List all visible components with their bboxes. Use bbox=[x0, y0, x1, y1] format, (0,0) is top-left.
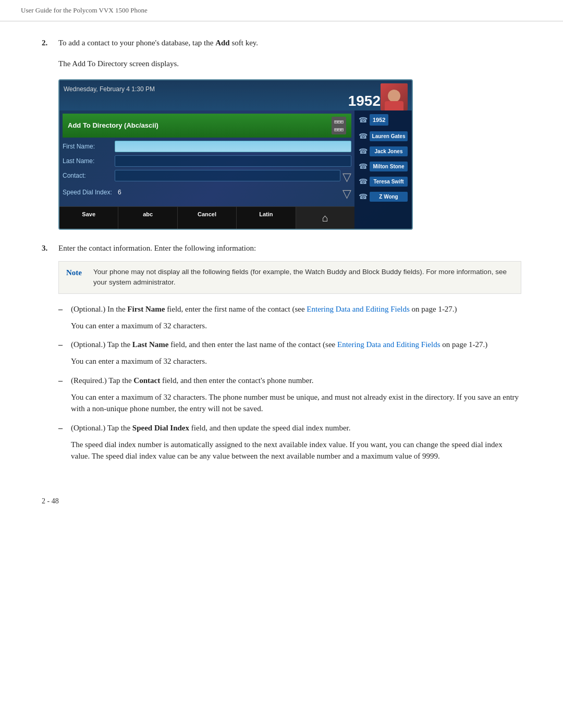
avatar bbox=[381, 83, 408, 110]
save-softkey[interactable]: Save bbox=[59, 207, 118, 229]
sub-bullet-text-3: You can enter a maximum of 32 characters… bbox=[71, 391, 521, 415]
latin-softkey[interactable]: Latin bbox=[237, 207, 296, 229]
last-name-label: Last Name: bbox=[63, 156, 115, 166]
soft-keys-bar: Save abc Cancel Latin ⌂ bbox=[59, 206, 354, 229]
contact-label: Contact: bbox=[63, 171, 115, 180]
bullet-dash-3: – bbox=[58, 375, 66, 387]
abc-softkey[interactable]: abc bbox=[118, 207, 177, 229]
bullet-item-contact: – (Required.) Tap the Contact field, and… bbox=[58, 375, 521, 387]
step-2-subtext: The Add To Directory screen displays. bbox=[58, 58, 521, 70]
first-name-field: First Name: bbox=[63, 141, 351, 152]
page-footer: 2 - 48 bbox=[0, 485, 563, 517]
note-box: Note Your phone may not display all the … bbox=[58, 261, 521, 294]
bullet-dash-4: – bbox=[58, 422, 66, 435]
header-title: User Guide for the Polycom VVX 1500 Phon… bbox=[21, 6, 148, 14]
phone-screenshot: Wednesday, February 4 1:30 PM 1952 Add T… bbox=[58, 79, 413, 230]
last-name-input[interactable] bbox=[115, 155, 351, 167]
contact-icon-lauren-gates: ☎ bbox=[359, 131, 368, 142]
step-2-number: 2. bbox=[42, 37, 52, 49]
contact-icon-z-wong: ☎ bbox=[359, 191, 368, 202]
contact-name-milton-stone[interactable]: Milton Stone bbox=[370, 162, 408, 171]
bullet-content-1: (Optional.) In the First Name field, ent… bbox=[71, 303, 457, 316]
main-content: 2. To add a contact to your phone's data… bbox=[0, 21, 563, 485]
speed-dial-down-arrow[interactable]: ▽ bbox=[342, 188, 351, 200]
avatar-head bbox=[388, 90, 400, 102]
speed-dial-field-row: Speed Dial Index: 6 ▽ bbox=[63, 188, 351, 200]
contact-btn-lauren-gates[interactable]: ☎ Lauren Gates bbox=[357, 129, 410, 143]
contact-field-row: Contact: ▽ bbox=[63, 170, 351, 184]
step-3-block: 3. Enter the contact information. Enter … bbox=[42, 242, 521, 254]
first-name-label: First Name: bbox=[63, 142, 115, 151]
contact-input[interactable] bbox=[115, 170, 340, 181]
sub-bullet-text-4: The speed dial index number is automatic… bbox=[71, 439, 521, 462]
directory-title: Add To Directory (Abc/ascii) bbox=[68, 120, 158, 131]
bullet-section: – (Optional.) In the First Name field, e… bbox=[58, 303, 521, 462]
note-content: Your phone may not display all the follo… bbox=[93, 267, 513, 288]
phone-sidebar: ☎ 1952 ☎ Lauren Gates ☎ Jack Jones ☎ Mil… bbox=[354, 110, 412, 229]
contact-name-z-wong[interactable]: Z Wong bbox=[370, 192, 408, 202]
bullet-dash-2: – bbox=[58, 339, 66, 351]
contact-btn-milton-stone[interactable]: ☎ Milton Stone bbox=[357, 159, 410, 174]
avatar-body bbox=[385, 101, 403, 110]
link-entering-data-1[interactable]: Entering Data and Editing Fields bbox=[307, 305, 409, 313]
contact-btn-1952[interactable]: ☎ 1952 bbox=[357, 113, 410, 129]
contact-field: Contact: bbox=[63, 170, 340, 181]
cancel-softkey[interactable]: Cancel bbox=[178, 207, 237, 229]
contact-btn-z-wong[interactable]: ☎ Z Wong bbox=[357, 190, 410, 204]
keyboard-icon[interactable]: ⊞⊞⊞⊞⊞⊞ bbox=[332, 117, 346, 134]
step-2-text: To add a contact to your phone's databas… bbox=[58, 37, 258, 49]
note-label: Note bbox=[66, 267, 85, 288]
bullet-item-firstname: – (Optional.) In the First Name field, e… bbox=[58, 303, 521, 316]
phone-top-bar: Wednesday, February 4 1:30 PM 1952 bbox=[59, 80, 412, 110]
bullet-content-4: (Optional.) Tap the Speed Dial Index fie… bbox=[71, 422, 351, 435]
contact-icon-milton-stone: ☎ bbox=[359, 161, 368, 172]
bullet-item-speeddial: – (Optional.) Tap the Speed Dial Index f… bbox=[58, 422, 521, 435]
phone-form-area: Add To Directory (Abc/ascii) ⊞⊞⊞⊞⊞⊞ Firs… bbox=[59, 110, 354, 229]
page-header: User Guide for the Polycom VVX 1500 Phon… bbox=[0, 0, 563, 21]
speed-dial-label: Speed Dial Index: bbox=[63, 188, 115, 197]
directory-title-bar: Add To Directory (Abc/ascii) ⊞⊞⊞⊞⊞⊞ bbox=[63, 114, 351, 138]
home-softkey[interactable]: ⌂ bbox=[296, 207, 354, 229]
sub-bullet-text-2: You can enter a maximum of 32 characters… bbox=[71, 355, 521, 367]
contact-name-jack-jones[interactable]: Jack Jones bbox=[370, 146, 408, 156]
contact-name-teresa-swift[interactable]: Teresa Swift bbox=[370, 177, 408, 187]
step-2-block: 2. To add a contact to your phone's data… bbox=[42, 37, 521, 49]
page-number: 2 - 48 bbox=[42, 497, 59, 505]
phone-body: Add To Directory (Abc/ascii) ⊞⊞⊞⊞⊞⊞ Firs… bbox=[59, 110, 412, 229]
speed-dial-value: 6 bbox=[118, 188, 121, 197]
contact-name-lauren-gates[interactable]: Lauren Gates bbox=[370, 131, 408, 141]
phone-extension: 1952 bbox=[64, 94, 381, 108]
phone-datetime: Wednesday, February 4 1:30 PM bbox=[64, 83, 381, 94]
contact-btn-jack-jones[interactable]: ☎ Jack Jones bbox=[357, 144, 410, 158]
bullet-content-3: (Required.) Tap the Contact field, and t… bbox=[71, 375, 313, 387]
link-entering-data-2[interactable]: Entering Data and Editing Fields bbox=[337, 340, 440, 349]
step-3-number: 3. bbox=[42, 242, 52, 254]
speed-dial-field: Speed Dial Index: 6 bbox=[63, 188, 340, 197]
bullet-content-2: (Optional.) Tap the Last Name field, and… bbox=[71, 339, 487, 351]
avatar-face bbox=[383, 83, 406, 110]
contact-down-arrow[interactable]: ▽ bbox=[342, 171, 351, 183]
sub-bullet-text-1: You can enter a maximum of 32 characters… bbox=[71, 320, 521, 332]
bullet-dash-1: – bbox=[58, 303, 66, 316]
contact-name-1952[interactable]: 1952 bbox=[370, 114, 388, 126]
bullet-item-lastname: – (Optional.) Tap the Last Name field, a… bbox=[58, 339, 521, 351]
step-3-text: Enter the contact information. Enter the… bbox=[58, 242, 256, 254]
contact-icon-jack-jones: ☎ bbox=[359, 146, 368, 157]
contact-icon-1952: ☎ bbox=[359, 115, 368, 126]
form-area: First Name: Last Name: Contact: bbox=[59, 138, 354, 206]
contact-icon-teresa-swift: ☎ bbox=[359, 176, 368, 187]
first-name-input[interactable] bbox=[115, 141, 351, 152]
last-name-field: Last Name: bbox=[63, 155, 351, 167]
contact-btn-teresa-swift[interactable]: ☎ Teresa Swift bbox=[357, 175, 410, 189]
